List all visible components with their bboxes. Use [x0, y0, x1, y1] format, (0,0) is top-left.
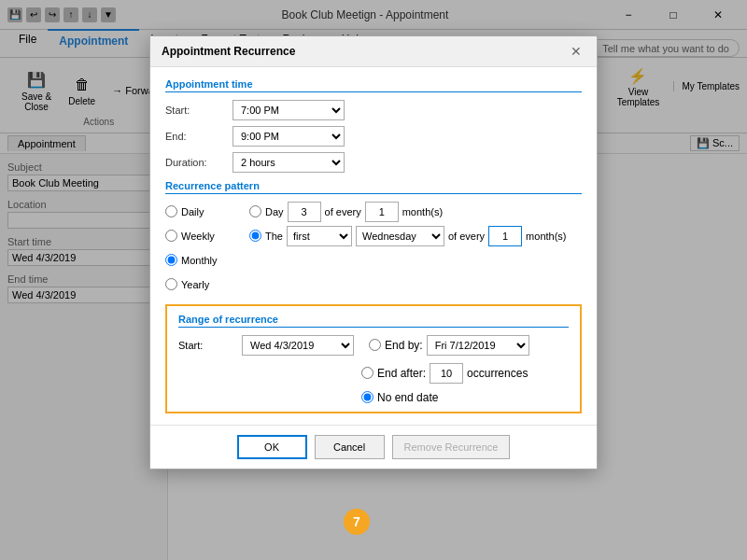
- range-section-title: Range of recurrence: [178, 314, 569, 328]
- monthly-label[interactable]: Monthly: [181, 255, 218, 266]
- duration-select[interactable]: 2 hours: [233, 152, 345, 173]
- weekly-radio[interactable]: [165, 230, 177, 242]
- of-every-label2: of every: [448, 231, 485, 242]
- no-end-date-radio[interactable]: [361, 391, 374, 403]
- months-label2: month(s): [526, 231, 566, 242]
- dialog-title: Appointment Recurrence: [162, 45, 295, 58]
- weekly-label[interactable]: Weekly: [181, 231, 215, 242]
- weekday-select[interactable]: Sunday Monday Tuesday Wednesday Thursday…: [356, 226, 444, 246]
- appointment-time-section-title: Appointment time: [165, 78, 582, 92]
- of-every-label1: of every: [325, 206, 361, 217]
- step-badge-7: 7: [344, 509, 370, 535]
- range-start-label: Start:: [178, 340, 234, 351]
- dialog-body: Appointment time Start: 7:00 PM End: 9:0…: [150, 67, 597, 425]
- modal-overlay: Appointment Recurrence ✕ Appointment tim…: [0, 0, 747, 560]
- month-every-input2[interactable]: [488, 226, 522, 246]
- the-pattern-label[interactable]: The: [265, 231, 283, 242]
- yearly-option: Yearly: [165, 274, 238, 295]
- yearly-label[interactable]: Yearly: [181, 279, 209, 290]
- monthly-option: Monthly: [165, 250, 238, 271]
- end-after-label[interactable]: End after:: [377, 367, 426, 380]
- end-after-row: End after: occurrences: [178, 363, 569, 384]
- ok-button[interactable]: OK: [237, 435, 307, 459]
- range-start-row: Start: Wed 4/3/2019 End by: Fri 7/12/201…: [178, 335, 569, 356]
- day-pattern-row: Day of every month(s): [249, 202, 582, 222]
- remove-recurrence-button[interactable]: Remove Recurrence: [392, 435, 511, 459]
- day-number-input[interactable]: [288, 202, 321, 222]
- monthly-the-radio[interactable]: [249, 230, 261, 242]
- the-pattern-row: The first second third fourth last Sunda…: [249, 226, 582, 246]
- range-rows: Start: Wed 4/3/2019 End by: Fri 7/12/201…: [178, 335, 569, 404]
- recurrence-section-title: Recurrence pattern: [165, 180, 582, 194]
- end-after-input[interactable]: [430, 363, 463, 384]
- no-end-date-label[interactable]: No end date: [377, 391, 438, 404]
- duration-row: Duration: 2 hours: [165, 152, 582, 173]
- occurrences-label: occurrences: [467, 367, 528, 380]
- no-end-date-row: No end date: [178, 391, 569, 404]
- no-end-controls: No end date: [361, 391, 438, 404]
- end-after-controls: End after: occurrences: [361, 363, 528, 384]
- weekly-option: Weekly: [165, 226, 238, 246]
- end-by-date-select[interactable]: Fri 7/12/2019: [427, 335, 529, 356]
- end-label: End:: [165, 131, 233, 142]
- end-by-label[interactable]: End by:: [385, 339, 423, 352]
- month-every-input1[interactable]: [365, 202, 399, 222]
- recurrence-left: Daily Weekly Monthly Yearly: [165, 202, 249, 295]
- monthly-radio[interactable]: [165, 254, 177, 266]
- ordinal-select[interactable]: first second third fourth last: [287, 226, 352, 246]
- end-by-radio[interactable]: [369, 339, 381, 351]
- start-row: Start: 7:00 PM: [165, 100, 582, 120]
- recurrence-options: Daily Weekly Monthly Yearly: [165, 202, 582, 295]
- daily-option: Daily: [165, 202, 238, 222]
- modal-title-bar: Appointment Recurrence ✕: [150, 36, 597, 67]
- yearly-radio[interactable]: [165, 278, 177, 290]
- recurrence-pattern-section: Recurrence pattern Daily Weekly: [165, 180, 582, 295]
- range-of-recurrence-section: Range of recurrence Start: Wed 4/3/2019 …: [165, 304, 582, 413]
- end-after-radio[interactable]: [361, 367, 374, 379]
- range-start-select[interactable]: Wed 4/3/2019: [242, 335, 354, 356]
- monthly-day-radio[interactable]: [249, 205, 261, 217]
- daily-radio[interactable]: [165, 205, 177, 217]
- cancel-button[interactable]: Cancel: [315, 435, 385, 459]
- duration-label: Duration:: [165, 157, 233, 168]
- appointment-recurrence-dialog: Appointment Recurrence ✕ Appointment tim…: [149, 35, 598, 469]
- day-pattern-label[interactable]: Day: [265, 206, 284, 217]
- start-label: Start:: [165, 105, 233, 116]
- end-row: End: 9:00 PM: [165, 126, 582, 147]
- start-time-select[interactable]: 7:00 PM: [233, 100, 345, 120]
- months-label1: month(s): [402, 206, 443, 217]
- end-by-row: End by: Fri 7/12/2019: [369, 335, 529, 356]
- dialog-close-button[interactable]: ✕: [567, 42, 585, 61]
- end-time-select[interactable]: 9:00 PM: [233, 126, 345, 147]
- recurrence-right: Day of every month(s) The first: [249, 202, 582, 295]
- dialog-footer: OK Cancel Remove Recurrence: [150, 425, 597, 469]
- daily-label[interactable]: Daily: [181, 206, 204, 217]
